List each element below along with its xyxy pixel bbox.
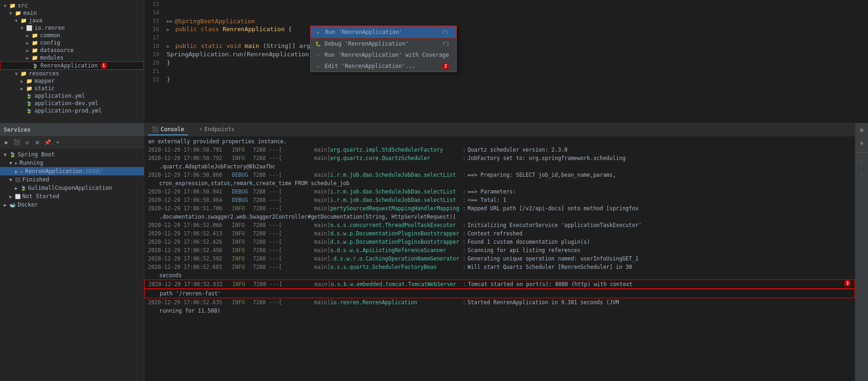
toolbar-add-btn[interactable]: +: [53, 138, 62, 147]
svc-spring-boot[interactable]: ▼ 🍃 Spring Boot: [0, 150, 144, 159]
menu-item-debug[interactable]: 🐛 Debug 'RenrenApplication' F3: [311, 38, 456, 49]
svc-docker[interactable]: ▶ 🐋 Docker: [0, 201, 144, 209]
toolbar-play-btn[interactable]: ▶: [2, 138, 11, 147]
tree-label-mapper: mapper: [34, 78, 54, 84]
ts-started: 2020-12-29 17:06:52.635: [148, 298, 232, 307]
thr-started: [ main]: [278, 298, 330, 307]
expand-arrow: ▶: [26, 55, 32, 60]
toolbar-pin-btn[interactable]: 📌: [43, 138, 52, 147]
tree-item-resources[interactable]: ▼ 📁 resources: [0, 70, 144, 77]
folder-icon: 📁: [26, 78, 34, 84]
gutter-icon-run[interactable]: ▶▶: [167, 17, 173, 26]
tree-item-common[interactable]: ▶ 📁 common: [0, 32, 144, 39]
expand-arrow: ▶: [26, 48, 32, 53]
toolbar-stop-btn[interactable]: ⬛: [12, 138, 21, 147]
no-arrow: ▶: [20, 108, 26, 114]
log-line-ext: an externally provided properties instan…: [144, 137, 855, 146]
svc-gulimall-app[interactable]: ▶ 🍃 GulimallCouponApplication: [0, 184, 144, 192]
chevron-right-icon[interactable]: ›: [857, 157, 867, 167]
col-8: :: [462, 229, 466, 238]
tree-item-renren-application[interactable]: ▶ 🍃 RenrenApplication 1: [0, 61, 144, 70]
col-10: :: [462, 246, 466, 254]
lgr-1: org.quartz.impl.StdSchedulerFactory: [330, 146, 461, 154]
tree-label-src: src: [18, 2, 28, 9]
tree-item-io-renren[interactable]: ▼ ⬜ io.renren: [0, 24, 144, 32]
lvl-1: INFO: [232, 146, 253, 154]
svc-finished-group[interactable]: ▼ ⬛ Finished: [0, 175, 144, 184]
toolbar-rerun-btn[interactable]: ↺: [22, 138, 32, 147]
tree-item-datasource[interactable]: ▶ 📁 datasource: [0, 47, 144, 54]
msg-1: Quartz scheduler version: 2.3.0: [468, 146, 851, 154]
console-icon: ⬛: [152, 126, 159, 133]
lvl-12: INFO: [232, 263, 253, 271]
gutter-icon-16[interactable]: ▶: [167, 27, 170, 33]
tree-item-mapper[interactable]: ▶ 📁 mapper: [0, 77, 144, 85]
lgr-9: d.s.w.p.DocumentationPluginsBootstrapper: [330, 238, 461, 246]
ts-1: 2020-12-29 17:06:50.791: [148, 146, 232, 154]
col-started: :: [462, 298, 466, 307]
menu-item-edit[interactable]: ✏ Edit 'RenrenApplication'... 2: [311, 60, 456, 72]
log-line-12: 2020-12-29 17:06:52.601 INFO 7288 --- [ …: [144, 263, 855, 271]
console-area: ⬛ Console ⚡ Endpoints an externally prov…: [144, 123, 855, 381]
code-line-21: [167, 67, 868, 75]
lvl-4: DEBUG: [232, 187, 253, 196]
tree-item-src[interactable]: ▼ 📁 src: [0, 2, 144, 9]
svc-running-group[interactable]: ▼ ▶ Running: [0, 159, 144, 167]
tree-item-app-yml[interactable]: ▶ 🍃 application.yml: [0, 92, 144, 100]
annotation-springboot: @SpringBootApplication: [175, 17, 255, 26]
ts-9: 2020-12-29 17:06:52.426: [148, 238, 232, 246]
keyword-class: class: [201, 26, 223, 33]
thr-9: [ main]: [278, 238, 330, 246]
lvl-7: INFO: [232, 221, 253, 229]
badge-1: 1: [101, 62, 107, 69]
col-12: :: [462, 263, 466, 271]
svc-renren-app[interactable]: ▶ ▶ RenrenApplication :8080/: [0, 167, 144, 175]
brace-open: {: [288, 26, 292, 33]
svc-not-started[interactable]: ▶ ⬜ Not Started: [0, 192, 144, 201]
expand-arrow: ▼: [4, 3, 9, 8]
msg-7: Initializing ExecutorService 'applicatio…: [468, 221, 851, 229]
lgr-10: s.d.s.w.s.ApiListingReferenceScanner: [330, 246, 461, 254]
folder-icon: 📁: [32, 33, 39, 39]
tree-item-static[interactable]: ▶ 📁 static: [0, 85, 144, 92]
spring-file-icon: 🍃: [32, 63, 40, 68]
console-content[interactable]: an externally provided properties instan…: [144, 136, 855, 381]
expand-arrow: ▼: [15, 18, 20, 23]
toolbar-filter-btn[interactable]: ⚙: [33, 138, 42, 147]
folder-icon: 📁: [20, 18, 28, 24]
tree-item-config[interactable]: ▶ 📁 config: [0, 39, 144, 47]
chevron-left-icon[interactable]: ‹: [857, 170, 867, 180]
tab-console[interactable]: ⬛ Console: [148, 124, 188, 135]
tree-label-java: java: [29, 17, 42, 24]
editor-area: 13 14 15 16 17 18 19 20 21 22 ▶▶: [144, 0, 868, 123]
tree-item-main[interactable]: ▼ 📁 main: [0, 9, 144, 17]
tree-item-java[interactable]: ▼ 📁 java: [0, 17, 144, 24]
finished-icon: ⬛: [15, 177, 20, 182]
log-cont-12: seconds: [144, 271, 855, 280]
menu-item-run[interactable]: ▶ Run 'RenrenApplication' F1: [311, 26, 456, 38]
lgr-3: i.r.m.job.dao.ScheduleJobDao.selectList: [330, 171, 461, 179]
settings-icon[interactable]: ⚙: [857, 125, 867, 134]
no-arrow: ▶: [20, 101, 26, 106]
coverage-icon: ⚡: [314, 51, 322, 59]
services-title: Services: [4, 127, 31, 133]
debug-icon: 🐛: [314, 40, 322, 47]
menu-item-run-coverage[interactable]: ⚡ Run 'RenrenApplication' with Coverage: [311, 49, 456, 60]
tree-item-app-dev-yml[interactable]: ▶ 🍃 application-dev.yml: [0, 100, 144, 107]
msg-started: Started RenrenApplication in 9.381 secon…: [468, 298, 851, 307]
gutter-icon-18[interactable]: ▶: [167, 43, 170, 49]
springboot-label: Spring Boot: [18, 151, 54, 158]
thr-3: [ main]: [278, 171, 330, 179]
gear-icon[interactable]: ⚙: [857, 138, 867, 147]
tab-endpoints[interactable]: ⚡ Endpoints: [196, 124, 238, 135]
lvl-5: DEBUG: [232, 196, 253, 204]
tree-item-app-prod-yml[interactable]: ▶ 🍃 application-prod.yml: [0, 107, 144, 114]
tree-label-main: main: [23, 10, 37, 16]
expand-arrow: ▼: [15, 71, 20, 76]
tree-item-modules[interactable]: ▶ 📁 modules: [0, 54, 144, 61]
context-menu: ▶ Run 'RenrenApplication' F1 🐛 Debug 'Re…: [310, 26, 457, 72]
code-editor[interactable]: ▶▶ @SpringBootApplication ▶ public class…: [163, 0, 868, 123]
thr-6: [ main]: [278, 204, 330, 213]
lvl-2: INFO: [232, 154, 253, 162]
console-tabs: ⬛ Console ⚡ Endpoints: [144, 123, 855, 136]
